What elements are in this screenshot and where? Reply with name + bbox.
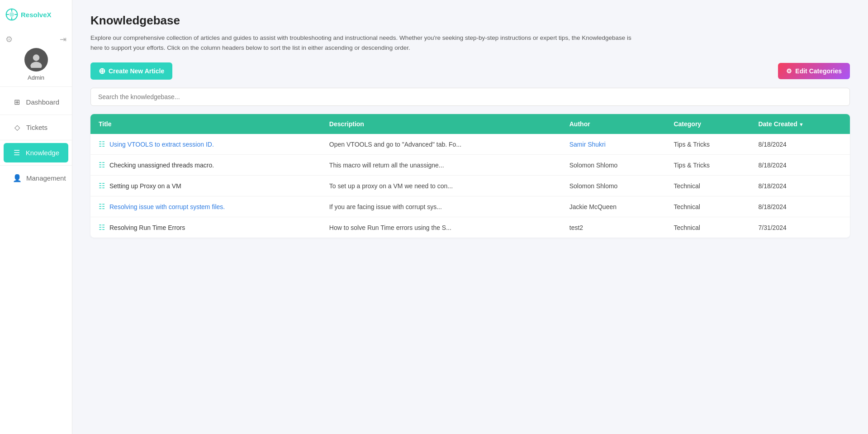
toolbar: ⊕ Create New Article ⚙ Edit Categories <box>90 62 850 80</box>
cell-description-4: How to solve Run Time errors using the S… <box>321 217 561 238</box>
sidebar-item-label-knowledge: Knowledge <box>26 149 59 157</box>
svg-point-6 <box>33 54 39 61</box>
table-row: ☷Using VTOOLS to extract session ID.Open… <box>90 134 850 155</box>
knowledge-table: Title Description Author Category Date C… <box>90 114 850 238</box>
sidebar-logo: ResolveX <box>0 0 72 29</box>
cell-description-2: To set up a proxy on a VM we need to con… <box>321 176 561 196</box>
cell-title-2: ☷Setting up Proxy on a VM <box>90 176 321 196</box>
table-row: ☷Resolving Run Time ErrorsHow to solve R… <box>90 217 850 238</box>
avatar-icon <box>28 52 44 68</box>
user-label: Admin <box>28 74 44 81</box>
page-title: Knowledgebase <box>90 14 850 28</box>
nav-divider-1 <box>0 114 72 115</box>
knowledge-icon: ☰ <box>13 148 21 157</box>
col-category: Category <box>665 114 750 134</box>
table-row: ☷Resolving issue with corrupt system fil… <box>90 196 850 217</box>
cell-date-2: 8/18/2024 <box>750 176 850 196</box>
article-icon: ☷ <box>99 202 105 211</box>
table-row: ☷Checking unassigned threads macro.This … <box>90 155 850 176</box>
cell-title-3: ☷Resolving issue with corrupt system fil… <box>90 196 321 217</box>
cell-date-4: 7/31/2024 <box>750 217 850 238</box>
user-section: ⚙ ⇥ Admin <box>0 29 72 87</box>
dashboard-icon: ⊞ <box>13 98 22 106</box>
page-description: Explore our comprehensive collection of … <box>90 33 633 52</box>
sidebar: ResolveX ⚙ ⇥ Admin ⊞ Dashboard ◇ Tickets… <box>0 0 72 434</box>
settings-icon[interactable]: ⚙ <box>5 34 13 44</box>
svg-point-7 <box>30 62 42 68</box>
sidebar-item-label-tickets: Tickets <box>26 124 47 131</box>
cell-author-2: Solomon Shlomo <box>561 176 666 196</box>
article-icon: ☷ <box>99 223 105 232</box>
plus-icon: ⊕ <box>99 67 105 75</box>
sidebar-item-tickets[interactable]: ◇ Tickets <box>4 118 68 137</box>
col-description: Description <box>321 114 561 134</box>
main-content: Knowledgebase Explore our comprehensive … <box>72 0 868 434</box>
tickets-icon: ◇ <box>13 123 22 132</box>
sidebar-item-dashboard[interactable]: ⊞ Dashboard <box>4 92 68 112</box>
app-name: ResolveX <box>21 11 52 19</box>
cell-description-1: This macro will return all the unassigne… <box>321 155 561 176</box>
col-author: Author <box>561 114 666 134</box>
sidebar-nav: ⊞ Dashboard ◇ Tickets ☰ Knowledge 👤 Mana… <box>0 89 72 191</box>
cell-category-2: Technical <box>665 176 750 196</box>
nav-divider-2 <box>0 140 72 140</box>
cell-category-4: Technical <box>665 217 750 238</box>
avatar <box>24 48 48 72</box>
cell-author-4: test2 <box>561 217 666 238</box>
svg-point-1 <box>9 12 14 17</box>
cell-title-4: ☷Resolving Run Time Errors <box>90 217 321 238</box>
table-body: ☷Using VTOOLS to extract session ID.Open… <box>90 134 850 238</box>
cell-author-1: Solomon Shlomo <box>561 155 666 176</box>
cell-category-3: Technical <box>665 196 750 217</box>
article-title-1: Checking unassigned threads macro. <box>109 162 214 169</box>
create-button-label: Create New Article <box>109 67 164 75</box>
cell-title-1: ☷Checking unassigned threads macro. <box>90 155 321 176</box>
edit-categories-icon: ⚙ <box>786 67 792 75</box>
search-input[interactable] <box>90 88 850 106</box>
cell-date-3: 8/18/2024 <box>750 196 850 217</box>
sidebar-item-label-management: Management <box>26 174 66 182</box>
cell-title-0: ☷Using VTOOLS to extract session ID. <box>90 134 321 155</box>
cell-date-1: 8/18/2024 <box>750 155 850 176</box>
cell-date-0: 8/18/2024 <box>750 134 850 155</box>
edit-categories-label: Edit Categories <box>795 67 842 75</box>
edit-categories-button[interactable]: ⚙ Edit Categories <box>778 63 850 79</box>
article-icon: ☷ <box>99 161 105 169</box>
article-title-2: Setting up Proxy on a VM <box>109 182 181 190</box>
cell-author-0: Samir Shukri <box>561 134 666 155</box>
article-title-link-3[interactable]: Resolving issue with corrupt system file… <box>109 203 225 210</box>
cell-description-3: If you are facing issue with corrupt sys… <box>321 196 561 217</box>
article-title-4: Resolving Run Time Errors <box>109 224 185 231</box>
table-row: ☷Setting up Proxy on a VMTo set up a pro… <box>90 176 850 196</box>
sidebar-item-label-dashboard: Dashboard <box>26 98 59 106</box>
cell-category-0: Tips & Tricks <box>665 134 750 155</box>
cell-category-1: Tips & Tricks <box>665 155 750 176</box>
logo-icon <box>5 8 18 21</box>
management-icon: 👤 <box>13 174 22 182</box>
article-title-link-0[interactable]: Using VTOOLS to extract session ID. <box>109 141 214 148</box>
sidebar-item-management[interactable]: 👤 Management <box>4 168 68 188</box>
create-article-button[interactable]: ⊕ Create New Article <box>90 62 172 80</box>
col-date-created[interactable]: Date Created <box>750 114 850 134</box>
author-link-0[interactable]: Samir Shukri <box>569 141 606 148</box>
article-icon: ☷ <box>99 140 105 148</box>
nav-divider-3 <box>0 165 72 166</box>
logout-icon[interactable]: ⇥ <box>60 34 66 44</box>
table-header: Title Description Author Category Date C… <box>90 114 850 134</box>
cell-author-3: Jackie McQueen <box>561 196 666 217</box>
sidebar-item-knowledge[interactable]: ☰ Knowledge <box>4 143 68 162</box>
col-title: Title <box>90 114 321 134</box>
article-icon: ☷ <box>99 181 105 190</box>
cell-description-0: Open VTOOLS and go to "Advanced" tab. Fo… <box>321 134 561 155</box>
